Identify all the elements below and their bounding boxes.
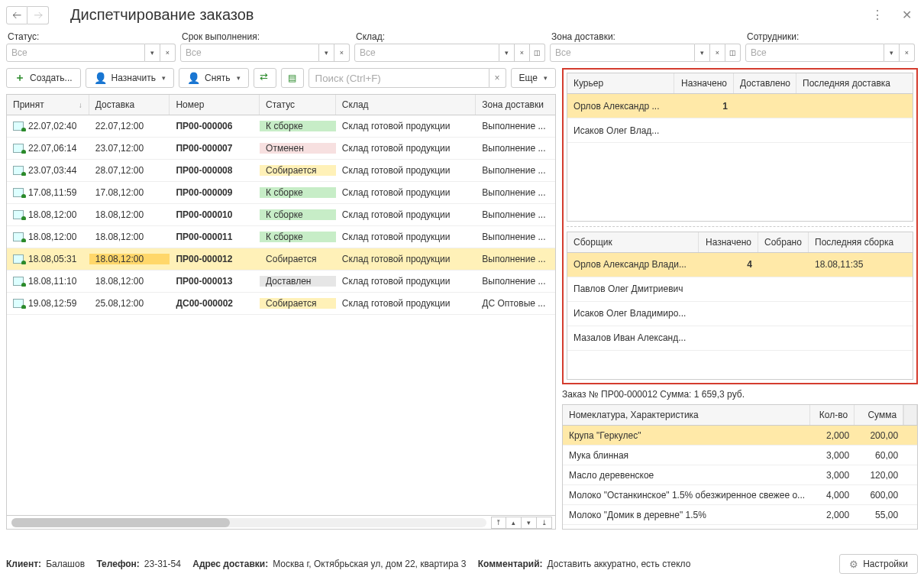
footer-addr-label: Адрес доставки: [192,559,268,569]
chevron-down-icon[interactable]: ▾ [884,44,900,62]
document-icon [13,299,24,308]
col-delivered[interactable]: Доставлено [734,73,796,93]
col-assigned[interactable]: Назначено [674,73,734,93]
clear-icon[interactable]: × [900,44,915,62]
table-row[interactable]: Исаков Олег Владимиро... [567,302,913,326]
close-icon[interactable]: ✕ [896,5,918,25]
items-grid[interactable]: Номеклатура, Характеристика Кол-во Сумма… [562,404,918,530]
col-number[interactable]: Номер [170,95,260,115]
filter-zone-combo[interactable]: Все [550,44,695,62]
document-icon [13,210,24,219]
cell-zone: Выполнение ... [476,143,555,154]
col-last-pick[interactable]: Последняя сборка [809,232,913,252]
col-zone[interactable]: Зона доставки [476,95,555,115]
chevron-down-icon[interactable]: ▾ [695,44,710,62]
table-row[interactable]: 18.08,12:0018.08,12:00ПР00-000010К сборк… [7,204,555,226]
table-row[interactable]: 22.07,06:1423.07,12:00ПР00-000007Отменен… [7,138,555,160]
chevron-down-icon[interactable]: ▾ [319,44,334,62]
col-picker[interactable]: Сборщик [567,232,699,252]
clear-icon[interactable]: × [515,44,530,62]
col-accepted[interactable]: Принят↓ [7,95,89,115]
clear-icon[interactable]: × [160,44,176,62]
page-title: Диспетчирование заказов [70,6,865,24]
filter-status-combo[interactable]: Все [6,44,145,62]
clear-icon[interactable]: × [489,68,506,88]
chevron-down-icon[interactable]: ▾ [145,44,160,62]
document-icon [13,122,24,131]
nav-first-icon[interactable]: ⤒ [491,517,506,529]
table-button[interactable]: ▤ [281,68,304,88]
col-warehouse[interactable]: Склад [336,95,476,115]
col-sum[interactable]: Сумма [855,405,903,425]
col-status[interactable]: Статус [260,95,336,115]
nav-back-button[interactable]: 🡠 [6,6,27,24]
col-last-delivery[interactable]: Последняя доставка [796,73,913,93]
table-row[interactable]: Павлов Олег Дмитриевич [567,277,913,302]
assign-button[interactable]: 👤 Назначить ▾ [86,68,174,88]
cell-zone: ДС Оптовые ... [476,298,555,309]
table-row[interactable]: 22.07,02:4022.07,12:00ПР00-000006К сборк… [7,115,555,138]
more-button[interactable]: Еще ▾ [511,68,556,88]
expand-icon[interactable]: ◫ [530,44,545,62]
couriers-grid[interactable]: Курьер Назначено Доставлено Последняя до… [567,73,913,222]
table-row[interactable]: Мука блинная3,00060,00 [563,446,917,465]
col-picked[interactable]: Собрано [758,232,809,252]
kebab-menu-icon[interactable]: ⋮ [865,5,890,25]
h-scrollbar[interactable] [11,518,486,527]
table-row[interactable]: 18.08,05:3118.08,12:00ПР00-000012Собирае… [7,248,555,271]
col-item-name[interactable]: Номеклатура, Характеристика [563,405,810,425]
nav-down-icon[interactable]: ▾ [522,517,537,529]
swap-button[interactable] [254,68,276,88]
table-row[interactable]: 19.08,12:5925.08,12:00ДС00-000002Собирае… [7,293,555,315]
table-row[interactable]: Орлов Александр Влади...418.08,11:35 [567,253,913,277]
person-icon: 👤 [94,72,107,84]
table-row[interactable]: 17.08,11:5917.08,12:00ПР00-000009К сборк… [7,182,555,204]
cell-qty: 2,000 [811,430,855,441]
col-delivery[interactable]: Доставка [89,95,170,115]
chevron-down-icon[interactable]: ▾ [499,44,515,62]
table-row[interactable]: Мазалов Иван Александ... [567,326,913,351]
cell-accepted: 18.08,11:10 [7,276,89,287]
expand-icon[interactable]: ◫ [725,44,741,62]
col-assigned[interactable]: Назначено [699,232,758,252]
table-row[interactable]: 18.08,11:1018.08,12:00ПР00-000013Доставл… [7,271,555,293]
table-row[interactable]: Масло деревенское3,000120,00 [563,465,917,485]
footer-comm-label: Комментарий: [478,559,543,569]
gear-icon: ⚙ [849,559,858,570]
cell-warehouse: Склад готовой продукции [336,187,476,198]
table-row[interactable]: Орлов Александр ...1 [567,94,913,118]
filter-staff-combo[interactable]: Все [745,44,884,62]
settings-button[interactable]: ⚙ Настройки [839,554,918,574]
pickers-grid[interactable]: Сборщик Назначено Собрано Последняя сбор… [567,232,913,381]
cell-assigned: 4 [699,259,758,270]
clear-icon[interactable]: × [710,44,725,62]
cell-item: Мука блинная [563,450,811,461]
filter-due-combo[interactable]: Все [180,44,319,62]
col-courier[interactable]: Курьер [567,73,674,93]
orders-grid[interactable]: Принят↓ Доставка Номер Статус Склад Зона… [6,94,556,530]
filter-whs-combo[interactable]: Все [354,44,499,62]
cell-delivery: 18.08,12:00 [89,276,170,287]
create-button[interactable]: ＋ Создать... [6,68,81,88]
clear-icon[interactable]: × [334,44,350,62]
table-row[interactable]: 18.08,12:0018.08,12:00ПР00-000011К сборк… [7,226,555,248]
table-row[interactable]: Молоко "Домик в деревне" 1.5%2,00055,00 [563,505,917,525]
cell-delivery: 18.08,12:00 [89,254,170,264]
document-icon [13,144,24,153]
cell-number: ДС00-000002 [170,298,260,309]
cell-warehouse: Склад готовой продукции [336,254,476,264]
filter-status-label: Статус: [6,31,176,42]
table-row[interactable]: Крупа "Геркулес"2,000200,00 [563,426,917,446]
cell-number: ПР00-000011 [170,232,260,242]
cell-warehouse: Склад готовой продукции [336,276,476,287]
remove-button[interactable]: 👤 Снять ▾ [179,68,249,88]
table-row[interactable]: Исаков Олег Влад... [567,118,913,143]
nav-forward-button[interactable]: 🡢 [27,6,49,24]
nav-last-icon[interactable]: ⤓ [537,517,552,529]
table-row[interactable]: Молоко "Останкинское" 1.5% обезжиренное … [563,485,917,505]
nav-up-icon[interactable]: ▴ [506,517,522,529]
table-row[interactable]: 23.07,03:4428.07,12:00ПР00-000008Собирае… [7,160,555,182]
col-qty[interactable]: Кол-во [810,405,855,425]
search-input[interactable] [309,68,489,88]
cell-number: ПР00-000006 [170,121,260,131]
